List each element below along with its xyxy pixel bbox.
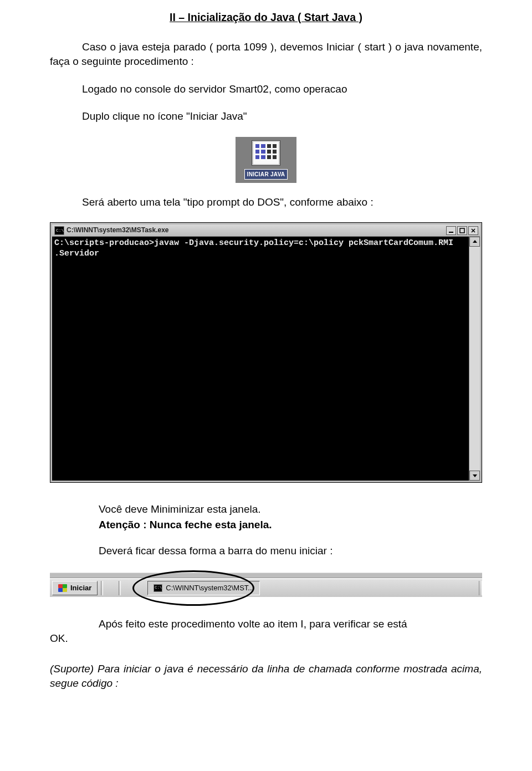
windows-flag-icon [58,584,67,592]
paragraph-minimize: Você deve Miniminizar esta janela. [99,502,482,517]
paragraph-suporte: (Suporte) Para iniciar o java é necessár… [50,662,482,690]
maximize-button[interactable] [457,226,467,235]
svg-rect-0 [449,232,453,233]
console-window: C:\WINNT\system32\MSTask.exe C:\scripts-… [50,223,482,482]
paragraph-taskbar-hint: Deverá ficar dessa forma a barra do menu… [99,544,482,558]
building-icon [252,140,280,166]
minimize-button[interactable] [446,226,456,235]
desktop-icon-label: INICIAR JAVA [244,169,288,180]
taskbar-item-label: C:\WINNT\system32\MST... [166,583,254,593]
attention-label: Atenção : [99,519,147,530]
quicklaunch-slot[interactable] [104,581,117,595]
console-sys-icon [54,226,64,235]
paragraph-doubleclick: Duplo clique no ícone "Iniciar Java" [50,109,482,124]
start-button-label: Iniciar [70,583,91,593]
attention-rest: Nunca feche esta janela. [147,519,272,530]
taskbar-separator [479,581,482,595]
after-proc-line1: Após feito este procedimento volte ao it… [50,617,482,631]
console-icon [154,584,162,592]
console-output[interactable]: C:\scripts-producao>javaw -Djava.securit… [52,237,469,481]
paragraph-after-procedure: Após feito este procedimento volte ao it… [50,617,482,645]
section-title: II – Inicialização do Java ( Start Java … [50,10,482,24]
desktop-icon-iniciar-java[interactable]: INICIAR JAVA [236,137,296,183]
scrollbar[interactable] [469,237,480,481]
scroll-track[interactable] [469,247,480,471]
taskbar-illustration: Iniciar C:\WINNT\system32\MST... [50,573,482,597]
paragraph-attention: Atenção : Nunca feche esta janela. [99,518,482,532]
svg-rect-1 [460,228,464,233]
start-button[interactable]: Iniciar [52,581,98,595]
taskbar-separator [101,581,103,595]
close-button[interactable] [468,226,478,235]
scroll-down-button[interactable] [469,471,480,481]
console-titlebar[interactable]: C:\WINNT\system32\MSTask.exe [52,224,480,237]
taskbar-separator [119,581,121,595]
scroll-up-button[interactable] [469,237,480,247]
paragraph-intro: Caso o java esteja parado ( porta 1099 )… [50,40,482,68]
after-proc-line2: OK. [50,631,482,646]
taskbar-item-console[interactable]: C:\WINNT\system32\MST... [147,581,260,595]
paragraph-login: Logado no console do servidor Smart02, c… [50,82,482,96]
console-title: C:\WINNT\system32\MSTask.exe [66,226,446,234]
paragraph-prompt-open: Será aberto uma tela "tipo prompt do DOS… [50,195,482,210]
